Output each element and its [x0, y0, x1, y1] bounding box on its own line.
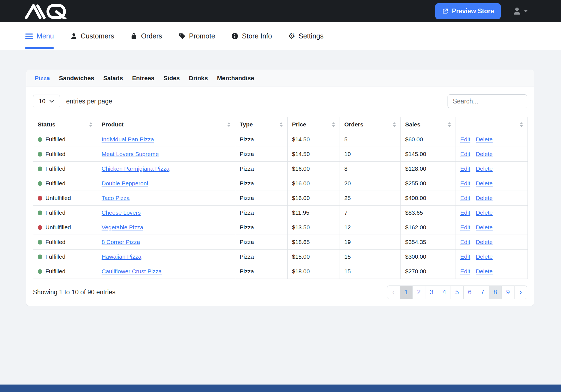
product-link[interactable]: 8 Corner Pizza — [102, 239, 140, 245]
sales-cell: $270.00 — [401, 264, 456, 279]
product-link[interactable]: Individual Pan Pizza — [102, 136, 154, 142]
hamburger-icon — [25, 33, 33, 40]
tab-salads[interactable]: Salads — [103, 75, 123, 82]
price-cell: $13.50 — [288, 220, 340, 235]
info-icon — [231, 32, 239, 40]
price-cell: $18.00 — [288, 264, 340, 279]
product-link[interactable]: Cheese Lovers — [102, 209, 141, 216]
delete-link[interactable]: Delete — [476, 268, 493, 275]
delete-link[interactable]: Delete — [476, 195, 493, 201]
nav-item-orders[interactable]: Orders — [130, 22, 162, 50]
product-link[interactable]: Cauliflower Crust Pizza — [102, 268, 162, 274]
preview-store-label: Preview Store — [452, 7, 494, 15]
tab-sides[interactable]: Sides — [164, 75, 180, 82]
price-cell: $11.95 — [288, 206, 340, 220]
status-dot — [38, 137, 42, 142]
column-header-price[interactable]: Price — [288, 117, 340, 132]
column-header-actions[interactable] — [456, 117, 528, 132]
sort-icon — [89, 122, 92, 127]
pagination-page-9[interactable]: 9 — [501, 285, 515, 299]
type-cell: Pizza — [235, 147, 288, 162]
product-link[interactable]: Hawaiian Pizza — [102, 253, 141, 260]
chevron-down-icon — [524, 10, 528, 12]
edit-link[interactable]: Edit — [460, 165, 470, 172]
brand-logo[interactable] — [24, 3, 69, 19]
column-header-type[interactable]: Type — [235, 117, 288, 132]
pagination-page-3[interactable]: 3 — [425, 285, 438, 299]
edit-link[interactable]: Edit — [460, 224, 470, 231]
edit-link[interactable]: Edit — [460, 253, 470, 260]
status-dot — [38, 240, 42, 245]
status-cell: Fulfilled — [33, 250, 97, 264]
pagination-page-5[interactable]: 5 — [451, 285, 464, 299]
status-dot — [38, 269, 42, 274]
search-input[interactable] — [448, 94, 527, 108]
sales-cell: $145.00 — [401, 147, 456, 162]
pagination: ‹ 1 2 3 4 5 6 7 8 9 › — [387, 285, 527, 299]
delete-link[interactable]: Delete — [476, 180, 493, 187]
pagination-page-6[interactable]: 6 — [463, 285, 476, 299]
edit-link[interactable]: Edit — [460, 136, 470, 143]
pagination-page-1[interactable]: 1 — [400, 285, 413, 299]
delete-link[interactable]: Delete — [476, 165, 493, 172]
orders-cell: 20 — [340, 176, 401, 191]
delete-link[interactable]: Delete — [476, 224, 493, 231]
delete-link[interactable]: Delete — [476, 136, 493, 143]
user-menu[interactable] — [512, 6, 528, 16]
sales-cell: $255.00 — [401, 176, 456, 191]
tab-drinks[interactable]: Drinks — [189, 75, 208, 82]
delete-link[interactable]: Delete — [476, 151, 493, 157]
orders-cell: 8 — [340, 162, 401, 176]
table-row: Unfulfilled Taco Pizza Pizza $16.00 25 $… — [33, 191, 528, 206]
column-header-product[interactable]: Product — [97, 117, 235, 132]
gear-icon: ⚙ — [288, 32, 295, 40]
nav-item-customers[interactable]: Customers — [70, 22, 114, 50]
orders-cell: 12 — [340, 220, 401, 235]
product-link[interactable]: Double Pepperoni — [102, 180, 148, 186]
delete-link[interactable]: Delete — [476, 239, 493, 245]
pagination-page-2[interactable]: 2 — [412, 285, 425, 299]
edit-link[interactable]: Edit — [460, 268, 470, 275]
type-cell: Pizza — [235, 206, 288, 220]
menu-card: Pizza Sandwiches Salads Entrees Sides Dr… — [26, 70, 534, 306]
page-size-select[interactable]: 10 — [33, 95, 60, 108]
sort-icon — [448, 122, 451, 127]
edit-link[interactable]: Edit — [460, 180, 470, 187]
edit-link[interactable]: Edit — [460, 239, 470, 245]
edit-link[interactable]: Edit — [460, 209, 470, 216]
delete-link[interactable]: Delete — [476, 209, 493, 216]
topbar: Preview Store — [0, 0, 561, 22]
tab-merchandise[interactable]: Merchandise — [217, 75, 254, 82]
nav-item-settings[interactable]: ⚙ Settings — [288, 22, 324, 50]
bag-icon — [130, 32, 138, 40]
table-row: Fulfilled Individual Pan Pizza Pizza $14… — [33, 132, 528, 147]
column-header-orders[interactable]: Orders — [340, 117, 401, 132]
nav-item-promote[interactable]: Promote — [178, 22, 215, 50]
tab-sandwiches[interactable]: Sandwiches — [59, 75, 94, 82]
product-link[interactable]: Taco Pizza — [102, 195, 130, 201]
pagination-page-4[interactable]: 4 — [438, 285, 451, 299]
tab-pizza[interactable]: Pizza — [35, 75, 50, 82]
column-header-sales[interactable]: Sales — [401, 117, 456, 132]
edit-link[interactable]: Edit — [460, 195, 470, 201]
pagination-page-8[interactable]: 8 — [489, 285, 502, 299]
category-tabs: Pizza Sandwiches Salads Entrees Sides Dr… — [26, 70, 534, 87]
type-cell: Pizza — [235, 132, 288, 147]
pagination-next[interactable]: › — [514, 285, 527, 299]
product-link[interactable]: Meat Lovers Supreme — [102, 151, 159, 157]
external-link-icon — [442, 8, 449, 14]
nav-item-menu[interactable]: Menu — [25, 22, 54, 50]
delete-link[interactable]: Delete — [476, 253, 493, 260]
column-header-status[interactable]: Status — [33, 117, 97, 132]
product-link[interactable]: Vegetable Pizza — [102, 224, 143, 230]
bottom-footer-strip — [0, 385, 561, 392]
table-row: Fulfilled 8 Corner Pizza Pizza $18.65 19… — [33, 235, 528, 250]
nav-item-store-info[interactable]: Store Info — [231, 22, 272, 50]
edit-link[interactable]: Edit — [460, 151, 470, 157]
tab-entrees[interactable]: Entrees — [132, 75, 154, 82]
pagination-page-7[interactable]: 7 — [476, 285, 489, 299]
product-link[interactable]: Chicken Parmigiana Pizza — [102, 165, 169, 172]
pagination-prev[interactable]: ‹ — [387, 285, 400, 299]
price-cell: $14.50 — [288, 147, 340, 162]
preview-store-button[interactable]: Preview Store — [435, 3, 501, 19]
